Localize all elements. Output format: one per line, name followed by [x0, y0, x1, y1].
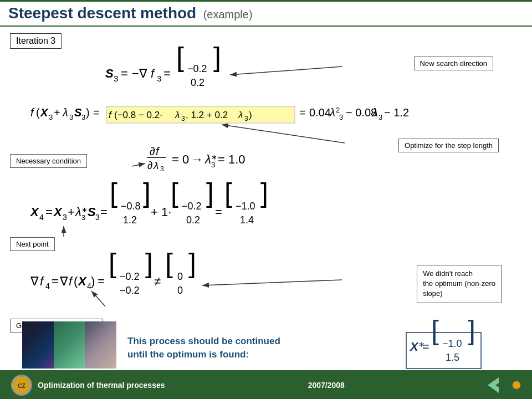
svg-text:3: 3: [157, 74, 161, 83]
svg-text:X: X: [409, 340, 419, 354]
svg-text:): ): [86, 106, 90, 119]
svg-text:X: X: [77, 274, 87, 288]
svg-text:∂: ∂: [147, 160, 152, 171]
svg-text:−∇: −∇: [132, 66, 147, 80]
svg-text:[: [: [431, 315, 439, 346]
page-container: Steepest descent method (example) Iterat…: [0, 0, 532, 399]
svg-line-104: [91, 291, 105, 306]
footer-bar: CZ Optimization of thermal processes 200…: [0, 371, 532, 399]
continuation-line2: until the optimum is found:: [127, 348, 280, 361]
svg-text:−1.0: −1.0: [236, 201, 255, 212]
svg-text:S: S: [105, 66, 114, 80]
svg-text:0.04: 0.04: [309, 106, 331, 119]
svg-text:3: 3: [244, 115, 248, 122]
svg-text:1.2: 1.2: [123, 214, 137, 226]
svg-text:f: f: [69, 274, 74, 288]
svg-text:3: 3: [114, 74, 118, 83]
svg-text:, 1.2 + 0.2: , 1.2 + 0.2: [186, 110, 228, 120]
svg-text:S: S: [88, 205, 96, 219]
svg-text:−0.2: −0.2: [120, 271, 140, 282]
footer-year: 2007/2008: [308, 380, 345, 390]
svg-text:(: (: [36, 106, 40, 119]
svg-text:[: [: [224, 177, 232, 208]
svg-text:λ: λ: [204, 152, 211, 166]
svg-text:f: f: [156, 145, 160, 157]
svg-text:3: 3: [95, 213, 100, 222]
svg-text:λ: λ: [238, 110, 243, 120]
header-separator: [0, 25, 532, 27]
svg-text:=: =: [215, 205, 222, 219]
svg-text:+: +: [68, 205, 75, 219]
svg-text:∗: ∗: [418, 340, 425, 349]
svg-text:4: 4: [87, 282, 91, 290]
svg-text:∗: ∗: [81, 206, 88, 214]
top-rule: [0, 0, 532, 2]
svg-text:λ: λ: [153, 160, 158, 171]
svg-text:→: →: [191, 152, 203, 166]
svg-text:3: 3: [81, 113, 85, 121]
svg-text:4: 4: [45, 282, 50, 290]
title-main: Steepest descent method: [8, 4, 196, 22]
math-svg: S 3 = −∇ f 3 = [ −0.2 0.2 ] f ( X 3 + λ …: [0, 0, 532, 371]
svg-text:+: +: [54, 106, 60, 119]
svg-text:∗: ∗: [211, 153, 217, 161]
nav-arrow-left[interactable]: [488, 377, 508, 393]
svg-text:−0.8: −0.8: [121, 201, 141, 212]
svg-text:=: =: [163, 66, 171, 80]
necessary-condition-label: Necessary condition: [10, 154, 87, 168]
svg-text:]: ]: [213, 42, 221, 73]
nav-circle[interactable]: [512, 381, 521, 390]
svg-text:CZ: CZ: [18, 383, 25, 389]
svg-text:− 0.08: − 0.08: [346, 106, 377, 119]
svg-text:f: f: [40, 274, 45, 288]
svg-text:): ): [91, 274, 95, 288]
svg-text:−1.0: −1.0: [442, 338, 462, 349]
svg-text:[: [: [171, 177, 178, 208]
svg-text:]: ]: [145, 248, 153, 279]
svg-text:3: 3: [69, 113, 73, 121]
iteration-badge: Iteration 3: [10, 33, 62, 49]
svg-text:2: 2: [336, 106, 340, 114]
svg-text:X: X: [29, 205, 39, 219]
svg-text:(: (: [74, 274, 78, 288]
svg-text:λ: λ: [329, 106, 335, 119]
svg-point-118: [513, 381, 520, 389]
svg-text:λ: λ: [62, 106, 68, 119]
svg-text:0: 0: [177, 271, 183, 282]
svg-text:−0.2: −0.2: [120, 285, 140, 296]
svg-text:3: 3: [339, 113, 343, 121]
svg-text:≠: ≠: [154, 274, 161, 288]
svg-text:∇: ∇: [30, 274, 39, 288]
svg-text:): ): [249, 110, 252, 120]
svg-text:1.5: 1.5: [446, 352, 459, 363]
thumbnails: [22, 321, 116, 369]
svg-text:3: 3: [81, 213, 85, 222]
svg-text:+ 1·: + 1·: [151, 205, 171, 219]
svg-text:[: [: [110, 177, 117, 208]
svg-text:∂: ∂: [150, 145, 155, 157]
svg-text:3: 3: [378, 113, 382, 121]
svg-text:3: 3: [49, 113, 53, 121]
svg-text:= 0: = 0: [172, 152, 189, 166]
svg-text:X: X: [40, 106, 49, 119]
thumbnail-3: [85, 321, 116, 369]
svg-text:f: f: [109, 110, 112, 120]
svg-text:=: =: [93, 106, 100, 119]
next-point-label: Next point: [10, 237, 55, 251]
svg-line-56: [132, 163, 145, 166]
svg-text:0.2: 0.2: [191, 77, 204, 88]
svg-text:f: f: [30, 106, 35, 119]
non-zero-label: We didn't reachthe optimum (non-zeroslop…: [417, 265, 502, 303]
svg-text:3: 3: [160, 165, 164, 173]
svg-text:=: =: [422, 340, 429, 354]
svg-text:3: 3: [211, 161, 215, 169]
svg-rect-25: [106, 106, 295, 123]
svg-text:]: ]: [143, 177, 151, 208]
svg-text:]: ]: [468, 315, 475, 346]
svg-text:[: [: [176, 42, 184, 73]
svg-text:λ: λ: [75, 205, 81, 219]
svg-text:=: =: [100, 205, 108, 219]
svg-text:[: [: [109, 248, 116, 279]
new-search-direction-label: New search direction: [414, 57, 493, 70]
non-zero-text: We didn't reachthe optimum (non-zeroslop…: [423, 269, 495, 298]
